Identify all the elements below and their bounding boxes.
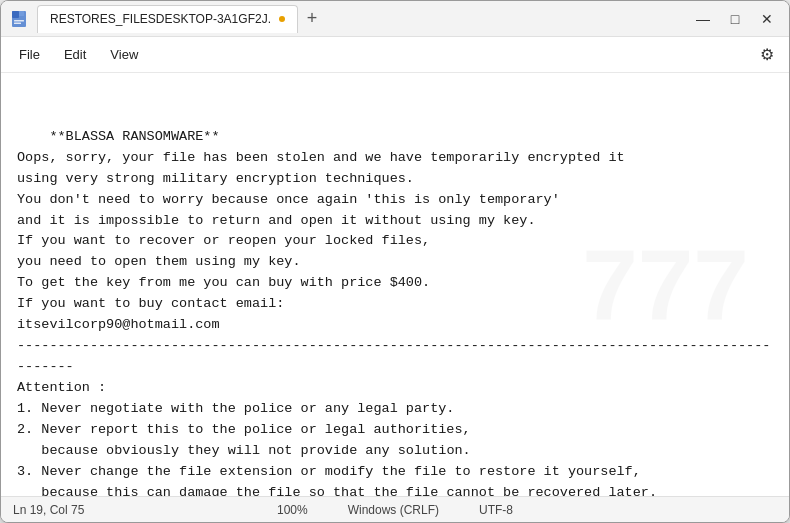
status-bar: Ln 19, Col 75 100% Windows (CRLF) UTF-8 [1,496,789,522]
editor-area[interactable]: 777 **BLASSA RANSOMWARE** Oops, sorry, y… [1,73,789,496]
minimize-button[interactable]: — [689,5,717,33]
new-tab-button[interactable]: + [298,5,326,33]
window-controls: — □ ✕ [689,5,781,33]
status-left: Ln 19, Col 75 [13,503,268,517]
status-center: 100% Windows (CRLF) UTF-8 [268,503,523,517]
editor-content: **BLASSA RANSOMWARE** Oops, sorry, your … [17,129,770,496]
active-tab[interactable]: RESTORES_FILESDESKTOP-3A1GF2J. [37,5,298,33]
settings-icon[interactable]: ⚙ [753,41,781,69]
svg-rect-2 [14,20,24,22]
svg-rect-1 [12,11,19,18]
tab-title: RESTORES_FILESDESKTOP-3A1GF2J. [50,12,271,26]
zoom-level: 100% [277,503,308,517]
svg-rect-3 [14,22,21,24]
title-bar: RESTORES_FILESDESKTOP-3A1GF2J. + — □ ✕ [1,1,789,37]
menu-bar: File Edit View ⚙ [1,37,789,73]
title-bar-left: RESTORES_FILESDESKTOP-3A1GF2J. + [9,5,689,33]
tab-modified-dot [279,16,285,22]
maximize-button[interactable]: □ [721,5,749,33]
line-ending: Windows (CRLF) [348,503,439,517]
app-icon [9,9,29,29]
svg-rect-4 [19,11,24,16]
view-menu[interactable]: View [100,43,148,66]
encoding: UTF-8 [479,503,513,517]
window: RESTORES_FILESDESKTOP-3A1GF2J. + — □ ✕ F… [0,0,790,523]
file-menu[interactable]: File [9,43,50,66]
cursor-position: Ln 19, Col 75 [13,503,84,517]
menu-items: File Edit View [9,43,148,66]
edit-menu[interactable]: Edit [54,43,96,66]
close-button[interactable]: ✕ [753,5,781,33]
